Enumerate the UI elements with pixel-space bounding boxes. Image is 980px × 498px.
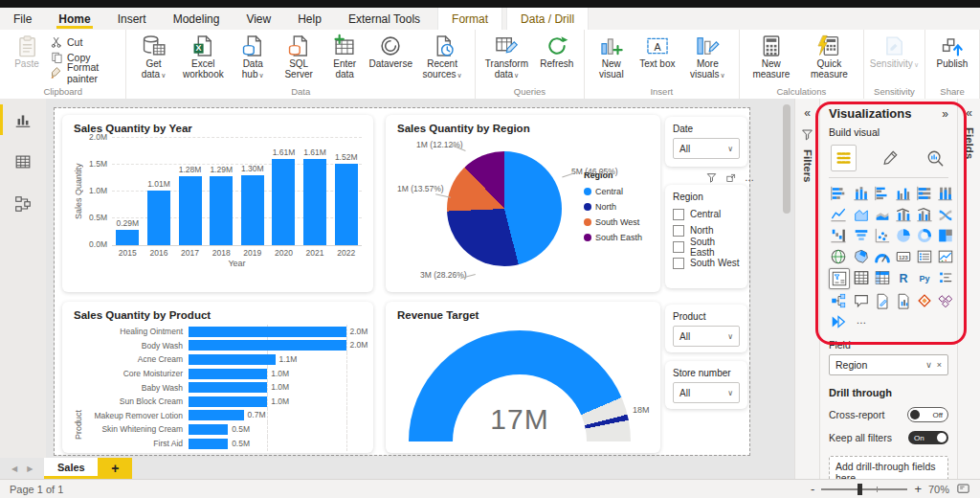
zoom-slider[interactable] <box>821 488 907 490</box>
scatter-chart-icon[interactable] <box>873 226 892 245</box>
bar-row-baby-wash[interactable]: Baby Wash1.0M <box>83 380 362 395</box>
clustered-column-chart-icon[interactable] <box>894 184 913 203</box>
ribbon-tab-modeling[interactable]: Modeling <box>160 8 234 30</box>
bar[interactable] <box>189 424 228 435</box>
r-script-visual-icon[interactable]: R <box>894 268 913 287</box>
area-chart-icon[interactable] <box>852 205 871 224</box>
bar[interactable] <box>189 354 276 365</box>
sensitivity-button[interactable]: Sensitivity∨ <box>868 32 921 69</box>
chart-sales-quantity-by-year[interactable]: Sales Quantity by Year Sales Quantity 0.… <box>62 115 373 292</box>
vertical-scrollbar[interactable] <box>783 102 791 453</box>
ribbon-tab-file[interactable]: File <box>0 8 45 30</box>
get-data-button[interactable]: Get data∨ <box>130 32 176 79</box>
expand-filters-icon[interactable]: « <box>804 106 811 120</box>
filter-icon[interactable] <box>705 171 718 184</box>
enter-data-button[interactable]: Enter data <box>322 32 368 79</box>
product-dropdown[interactable]: All ∨ <box>673 326 740 347</box>
bar[interactable] <box>189 382 267 393</box>
fit-to-page-icon[interactable] <box>956 482 970 496</box>
chart-revenue-target-gauge[interactable]: Revenue Target 17M 18M <box>386 302 660 453</box>
bar-2020[interactable]: 1.61M <box>270 159 297 245</box>
more-visuals-button[interactable]: More visuals∨ <box>680 32 735 79</box>
transform-data-button[interactable]: Transform data∨ <box>479 32 534 79</box>
paste-button[interactable]: Paste <box>4 32 50 69</box>
bar-row-skin-whitening-cream[interactable]: Skin Whitening Cream0.5M <box>83 422 362 437</box>
region-option-south-easth[interactable]: South Easth <box>673 238 740 255</box>
key-influencers-icon[interactable] <box>936 268 955 287</box>
bar-2017[interactable]: 1.28M <box>177 176 204 245</box>
more-options-icon[interactable]: … <box>745 172 754 183</box>
gauge-icon[interactable] <box>873 247 892 266</box>
zoom-slider-thumb[interactable] <box>858 484 862 495</box>
selection-handle[interactable] <box>743 283 747 288</box>
bar[interactable] <box>189 369 267 379</box>
recent-sources-button[interactable]: Recent sources∨ <box>413 32 471 79</box>
bar[interactable] <box>189 439 228 449</box>
filters-pane-collapsed[interactable]: « Filters <box>794 99 819 479</box>
qa-visual-icon[interactable] <box>852 291 871 310</box>
prev-page-icon[interactable]: ◀ <box>11 464 17 473</box>
checkbox-icon[interactable] <box>673 209 684 220</box>
bar-2021[interactable]: 1.61M <box>301 159 328 245</box>
funnel-chart-icon[interactable] <box>852 226 871 245</box>
pie-chart[interactable] <box>447 151 562 266</box>
line-stacked-column-chart-icon[interactable] <box>894 205 913 224</box>
card-icon[interactable]: 123 <box>894 247 913 266</box>
bar-row-first-aid[interactable]: First Aid0.5M <box>83 437 362 451</box>
drill-through-field-well[interactable]: Add drill-through fields here <box>829 456 948 479</box>
100-stacked-column-chart-icon[interactable] <box>936 184 955 203</box>
clustered-bar-chart-icon[interactable] <box>873 184 892 203</box>
excel-workbook-button[interactable]: XExcel workbook <box>176 32 230 79</box>
slicer-region[interactable]: Region CentralNorthSouth EasthSouth West <box>665 185 747 288</box>
selection-handle[interactable] <box>665 185 670 190</box>
focus-mode-icon[interactable] <box>725 172 737 184</box>
region-option-south-west[interactable]: South West <box>673 255 740 271</box>
legend-item-south-easth[interactable]: South Easth <box>584 230 649 245</box>
decomposition-tree-icon[interactable] <box>829 291 848 310</box>
paginated-report-icon[interactable] <box>894 291 913 310</box>
data-hub-button[interactable]: Data hub∨ <box>230 32 276 79</box>
table-icon[interactable] <box>852 268 871 287</box>
slicer-store-number[interactable]: Store number All ∨ <box>665 361 747 409</box>
region-option-central[interactable]: Central <box>673 206 740 222</box>
bar[interactable] <box>189 396 267 407</box>
stacked-area-chart-icon[interactable] <box>873 205 892 224</box>
collapse-visualizations-icon[interactable]: » <box>942 107 948 121</box>
refresh-button[interactable]: Refresh <box>534 32 580 69</box>
stacked-bar-chart-icon[interactable] <box>829 184 848 203</box>
scrollbar-thumb[interactable] <box>783 104 791 214</box>
bar-2019[interactable]: 1.30M <box>239 175 266 245</box>
azure-map-icon[interactable] <box>829 312 848 331</box>
treemap-icon[interactable] <box>936 226 955 245</box>
pie-chart-icon[interactable] <box>894 226 913 245</box>
chevron-down-icon[interactable]: ∨ <box>925 360 932 370</box>
format-visual-tab[interactable] <box>878 146 902 170</box>
power-apps-visual-icon[interactable] <box>915 291 934 310</box>
format-painter-button[interactable]: Format painter <box>50 65 122 80</box>
bar-row-sun-block-cream[interactable]: Sun Block Cream1.0M <box>83 395 362 409</box>
ribbon-tab-format[interactable]: Format <box>437 8 502 30</box>
add-page-button[interactable]: + <box>98 458 132 479</box>
bar[interactable] <box>189 410 244 420</box>
filled-map-icon[interactable] <box>852 247 871 266</box>
checkbox-icon[interactable] <box>673 241 684 253</box>
dataverse-button[interactable]: Dataverse <box>368 32 413 69</box>
checkbox-icon[interactable] <box>673 225 684 237</box>
100-stacked-bar-chart-icon[interactable] <box>915 184 934 203</box>
ribbon-tab-home[interactable]: Home <box>45 8 103 30</box>
quick-measure-button[interactable]: Quick measure <box>799 32 859 79</box>
field-well-region[interactable]: Region ∨ × <box>829 354 948 375</box>
matrix-icon[interactable] <box>873 268 892 287</box>
bar-2018[interactable]: 1.29M <box>208 176 234 245</box>
next-page-icon[interactable]: ▶ <box>27 464 33 473</box>
donut-chart-icon[interactable] <box>915 226 934 245</box>
fields-pane-collapsed[interactable]: « Fields <box>957 99 980 479</box>
zoom-in-icon[interactable]: + <box>914 482 922 496</box>
waterfall-chart-icon[interactable] <box>829 226 848 245</box>
bar-2022[interactable]: 1.52M <box>333 164 360 245</box>
slicer-icon[interactable] <box>829 268 850 289</box>
ribbon-tab-help[interactable]: Help <box>284 8 335 30</box>
date-dropdown[interactable]: All ∨ <box>673 138 740 159</box>
legend-item-north[interactable]: North <box>584 199 649 215</box>
ribbon-tab-data-drill[interactable]: Data / Drill <box>506 8 589 30</box>
